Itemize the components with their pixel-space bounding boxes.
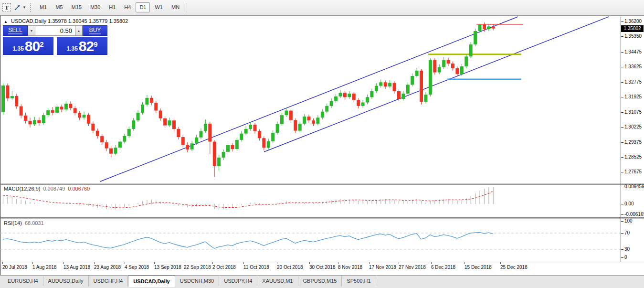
candle-body: [339, 93, 342, 96]
timeframe-button-m5[interactable]: M5: [52, 2, 66, 12]
rsi-axis-label: 30: [624, 246, 644, 252]
candle-body: [447, 60, 450, 64]
candle-body: [474, 31, 477, 44]
candle-body: [487, 26, 490, 29]
price-axis-label: 1.28525: [624, 154, 644, 160]
candle-body: [276, 124, 279, 133]
mt4-terminal: T ▼ M1M5M15M30H1H4D1W1MN ▲ USDCAD,Daily …: [0, 0, 644, 288]
candle-body: [330, 101, 333, 106]
candle-body: [64, 104, 68, 109]
candle-body: [24, 116, 27, 121]
candle-body: [334, 96, 338, 101]
candle-body: [87, 115, 90, 123]
candle-body: [424, 95, 427, 102]
timeframe-button-d1[interactable]: D1: [136, 2, 150, 12]
candle-body: [343, 93, 347, 97]
price-axis-label: 1.31925: [624, 94, 644, 100]
candle-body: [55, 107, 59, 113]
candle-body: [132, 120, 135, 129]
trendline[interactable]: [100, 17, 518, 181]
candle-body: [240, 134, 243, 140]
rsi-axis-label: 100: [624, 218, 644, 224]
candle-body: [226, 145, 230, 152]
candle-body: [6, 85, 9, 98]
volume-increase-button[interactable]: ▲: [75, 25, 83, 36]
timeframe-button-mn[interactable]: MN: [168, 2, 183, 12]
candle-body: [199, 131, 202, 137]
price-axis-label: 1.32775: [624, 79, 644, 85]
candle-body: [285, 110, 288, 115]
time-axis-label: 8 Nov 2018: [338, 265, 362, 270]
candle-body: [137, 113, 140, 120]
candle-body: [208, 124, 211, 142]
collapse-arrow-icon[interactable]: ▲: [4, 20, 8, 24]
candle-body: [222, 152, 225, 158]
candle-body: [483, 25, 486, 30]
chart-tab-usdjpy-h4[interactable]: USDJPY,H4: [219, 276, 257, 286]
cursor-tool-button[interactable]: ▼: [13, 2, 26, 13]
macd-axis-label: -0.006169: [624, 212, 644, 217]
candle-body: [181, 137, 185, 145]
candle-body: [163, 118, 167, 126]
candle-body: [298, 124, 302, 131]
candle-body: [195, 138, 198, 144]
candle-body: [280, 115, 284, 124]
trendline[interactable]: [264, 17, 609, 152]
chart-tab-sp500-h1[interactable]: SP500,H1: [342, 276, 376, 286]
candle-body: [258, 131, 261, 138]
time-axis-label: 22 Sep 2018: [184, 265, 211, 270]
chart-tab-usdcad-daily[interactable]: USDCAD,Daily: [128, 276, 175, 287]
time-axis-label: 6 Dec 2018: [431, 265, 455, 270]
volume-decrease-button[interactable]: ▼: [28, 25, 35, 36]
timeframe-button-h4[interactable]: H4: [120, 2, 135, 12]
candle-body: [492, 26, 495, 28]
timeframe-button-m15[interactable]: M15: [67, 2, 85, 12]
candle-body: [429, 60, 432, 95]
candle-body: [249, 125, 252, 129]
timeframe-button-m1[interactable]: M1: [36, 2, 51, 12]
chart-tab-gbpusd-m15[interactable]: GBPUSD,M15: [298, 276, 342, 286]
macd-label: MACD(12,26,9)0.0087490.006760: [4, 186, 90, 192]
price-axis-label: 1.30225: [624, 124, 644, 130]
candle-body: [91, 124, 95, 131]
candle-body: [379, 82, 382, 85]
symbol-period-label: USDCAD,Daily: [11, 18, 46, 24]
rsi-label: RSI(14)68.0031: [4, 220, 44, 226]
candle-body: [150, 98, 153, 103]
chart-tab-usdcnh-m30[interactable]: USDCNH,M30: [175, 276, 220, 286]
candle-body: [397, 91, 401, 99]
sell-button[interactable]: SELL: [3, 25, 28, 36]
chart-title: ▲ USDCAD,Daily 1.35978 1.36045 1.35779 1…: [4, 18, 128, 24]
candle-body: [159, 110, 162, 118]
candle-body: [294, 120, 297, 130]
sell-price-display[interactable]: 1.35802: [3, 37, 53, 55]
chart-tab-bar: EURUSD,H4AUDUSD,DailyUSDCHF,H4USDCAD,Dai…: [0, 275, 644, 288]
buy-button[interactable]: BUY: [83, 25, 107, 36]
candle-body: [51, 110, 54, 113]
toolbar-grip[interactable]: [30, 3, 32, 12]
candle-body: [401, 94, 405, 99]
chart-tab-eurusd-h4[interactable]: EURUSD,H4: [3, 276, 43, 286]
candle-body: [33, 120, 36, 124]
time-axis-label: 25 Dec 2018: [500, 265, 528, 270]
buy-price-display[interactable]: 1.35829: [57, 37, 107, 55]
candle-body: [375, 86, 378, 91]
timeframe-button-m30[interactable]: M30: [86, 2, 104, 12]
timeframe-button-h1[interactable]: H1: [105, 2, 119, 12]
price-axis-label: 1.27675: [624, 169, 644, 175]
chevron-down-icon[interactable]: ▼: [22, 5, 26, 10]
text-tool-button[interactable]: T: [1, 2, 12, 13]
candle-body: [83, 115, 86, 117]
candle-body: [42, 115, 45, 123]
candle-body: [451, 64, 454, 68]
timeframe-button-w1[interactable]: W1: [151, 2, 167, 12]
candle-body: [469, 44, 473, 56]
candle-body: [118, 142, 122, 148]
volume-input[interactable]: [35, 25, 75, 36]
chart-tab-audusd-daily[interactable]: AUDUSD,Daily: [43, 276, 89, 286]
chart-tab-xauusd-m1[interactable]: XAUUSD,M1: [257, 276, 298, 286]
chart-tab-usdchf-h4[interactable]: USDCHF,H4: [89, 276, 128, 286]
price-axis-label: 1.33625: [624, 64, 644, 70]
price-axis-label: 1.29375: [624, 139, 644, 145]
time-axis-label: 20 Oct 2018: [277, 265, 303, 270]
